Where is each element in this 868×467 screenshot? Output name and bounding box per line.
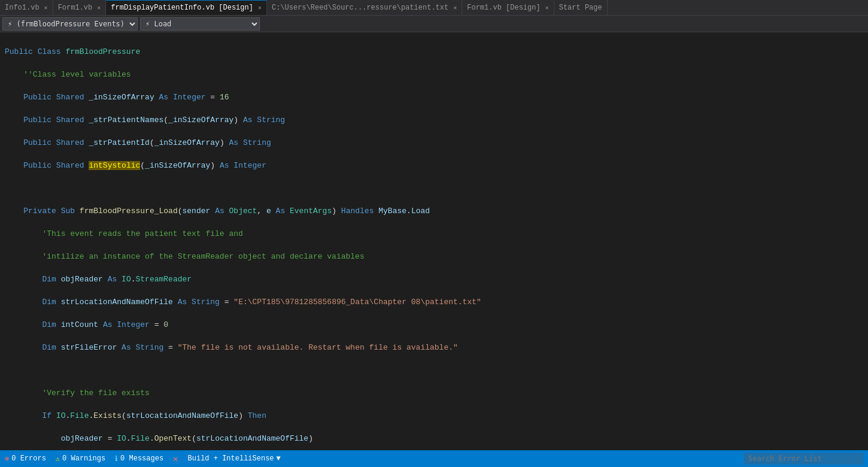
code-line-7	[5, 183, 863, 194]
tab-patienttxt[interactable]: C:\Users\Reed\Sourc...ressure\patient.tx…	[267, 0, 462, 16]
status-build[interactable]: Build + IntelliSense ▼	[188, 454, 281, 463]
code-line-16: 'Verify the file exists	[5, 387, 863, 399]
tab-label: frmDisplayPatientInfo.vb [Design]	[111, 4, 253, 12]
status-warnings[interactable]: ⚠ 0 Warnings	[56, 454, 105, 463]
build-dropdown-icon: ▼	[277, 454, 281, 463]
code-line-12: Dim strLocationAndNameOfFile As String =…	[5, 296, 863, 308]
build-label: Build + IntelliSense	[188, 454, 274, 463]
tab-close-form1design[interactable]: ✕	[545, 4, 549, 11]
tab-label: Info1.vb	[5, 4, 40, 12]
code-line-18: objReader = IO.File.OpenText(strLocation…	[5, 433, 863, 444]
status-errors[interactable]: ⊗ 0 Errors	[5, 454, 46, 463]
status-bar: ⊗ 0 Errors ⚠ 0 Warnings ℹ 0 Messages ✕ B…	[0, 450, 868, 467]
tab-close-patienttxt[interactable]: ✕	[453, 4, 457, 11]
warning-count: 0 Warnings	[62, 454, 105, 463]
code-line-3: Public Shared _inSizeOfArray As Integer …	[5, 92, 863, 103]
code-line-5: Public Shared _strPatientId(_inSizeOfArr…	[5, 137, 863, 148]
warning-icon: ⚠	[56, 454, 60, 463]
code-editor[interactable]: Public Class frmBloodPressure ''Class le…	[0, 32, 868, 450]
error-icon: ⊗	[5, 454, 9, 463]
search-error-list[interactable]	[743, 453, 863, 465]
tab-close-frmdisplaypatientinfo[interactable]: ✕	[258, 4, 262, 11]
tab-close-form1vb[interactable]: ✕	[97, 4, 101, 11]
info-icon: ℹ	[115, 454, 118, 463]
code-line-8: Private Sub frmBloodPressure_Load(sender…	[5, 205, 863, 217]
code-line-11: Dim objReader As IO.StreamReader	[5, 274, 863, 285]
tab-bar: Info1.vb ✕ Form1.vb ✕ frmDisplayPatientI…	[0, 0, 868, 16]
tab-frmdisplaypatientinfo[interactable]: frmDisplayPatientInfo.vb [Design] ✕	[106, 0, 267, 16]
code-line-17: If IO.File.Exists(strLocationAndNameOfFi…	[5, 410, 863, 421]
editor-area: Public Class frmBloodPressure ''Class le…	[0, 32, 868, 450]
member-dropdown[interactable]: ⚡ Load	[140, 17, 260, 31]
message-count: 0 Messages	[120, 454, 163, 463]
status-cancel[interactable]: ✕	[173, 454, 178, 464]
tab-label: Form1.vb	[58, 4, 93, 12]
status-messages[interactable]: ℹ 0 Messages	[115, 454, 163, 463]
code-line-9: 'This event reads the patient text file …	[5, 228, 863, 239]
cancel-icon: ✕	[173, 454, 178, 464]
error-count: 0 Errors	[11, 454, 46, 463]
tab-label: C:\Users\Reed\Sourc...ressure\patient.tx…	[272, 4, 448, 12]
scope-dropdown[interactable]: ⚡ (frmBloodPressure Events)	[2, 17, 138, 31]
code-line-4: Public Shared _strPatientNames(_inSizeOf…	[5, 114, 863, 126]
code-line-10: 'intilize an instance of the StreamReade…	[5, 251, 863, 262]
code-line-6: Public Shared intSystolic(_inSizeOfArray…	[5, 160, 863, 171]
code-line-14: Dim strFileError As String = "The file i…	[5, 342, 863, 353]
code-line-13: Dim intCount As Integer = 0	[5, 319, 863, 330]
tab-form1vb[interactable]: Form1.vb ✕	[53, 0, 107, 16]
tab-label: Start Page	[559, 4, 602, 12]
dropdown-bar: ⚡ (frmBloodPressure Events) ⚡ Load	[0, 16, 868, 32]
code-line-15	[5, 365, 863, 376]
tab-info1vb[interactable]: Info1.vb ✕	[0, 0, 53, 16]
tab-form1design[interactable]: Form1.vb [Design] ✕	[462, 0, 554, 16]
code-line-2: ''Class level variables	[5, 69, 863, 80]
tab-close-info1vb[interactable]: ✕	[44, 4, 48, 11]
tab-startpage[interactable]: Start Page	[554, 0, 608, 16]
code-line-1: Public Class frmBloodPressure	[5, 46, 863, 57]
tab-label: Form1.vb [Design]	[467, 4, 540, 12]
